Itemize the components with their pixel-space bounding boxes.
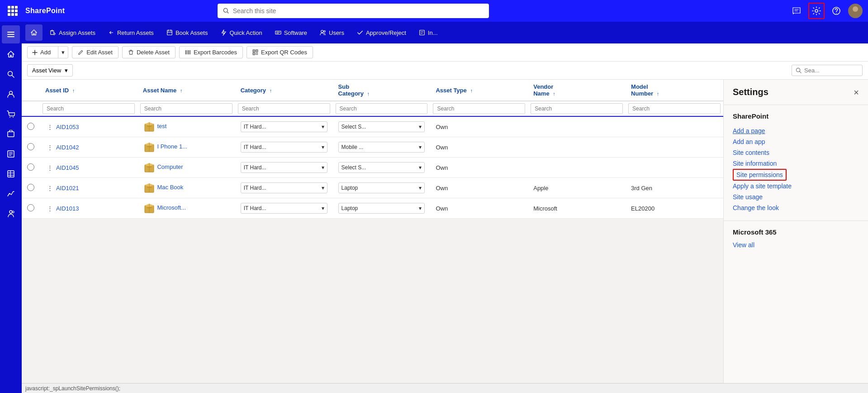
asset-id-link[interactable]: AID1042 — [56, 144, 79, 151]
sidebar-item-home[interactable] — [2, 45, 20, 63]
book-assets-button[interactable]: Book Assets — [161, 24, 213, 41]
delete-asset-button[interactable]: Delete Asset — [122, 46, 175, 58]
more-options-icon[interactable]: ⋮ — [45, 123, 55, 131]
sidebar-item-user2[interactable] — [2, 205, 20, 223]
search-category[interactable] — [238, 103, 330, 114]
search-asset-name[interactable] — [140, 103, 232, 114]
asset-name-link[interactable]: test — [157, 123, 166, 129]
svg-rect-49 — [253, 53, 254, 54]
view-dropdown[interactable]: Asset View ▾ — [27, 64, 73, 77]
sort-icon: ↑ — [553, 91, 555, 96]
sidebar-item-cart1[interactable] — [2, 105, 20, 123]
apply-site-template-link[interactable]: Apply a site template — [733, 181, 859, 192]
svg-rect-31 — [275, 31, 281, 34]
asset-name-link[interactable]: Mac Book — [157, 184, 183, 191]
sub-category-dropdown[interactable]: Mobile ... ▾ — [338, 142, 425, 153]
sub-category-dropdown[interactable]: Select S... ▾ — [338, 121, 425, 132]
table-search-input[interactable] — [804, 67, 859, 74]
site-contents-link[interactable]: Site contents — [733, 147, 859, 158]
row-select-radio[interactable] — [27, 163, 34, 171]
search-vendor[interactable] — [531, 103, 623, 114]
model-cell: 3rd Gen — [626, 178, 723, 198]
home-button[interactable] — [25, 24, 43, 41]
category-dropdown[interactable]: IT Hard... ▾ — [241, 203, 327, 214]
search-sub-category[interactable] — [336, 103, 428, 114]
global-search-input[interactable] — [233, 7, 484, 14]
assign-assets-button[interactable]: Assign Assets — [44, 24, 101, 41]
software-button[interactable]: Software — [270, 24, 313, 41]
quick-action-button[interactable]: Quick Action — [215, 24, 267, 41]
view-all-link[interactable]: View all — [733, 240, 859, 250]
export-qr-button[interactable]: Export QR Codes — [247, 46, 313, 58]
column-search-row — [22, 101, 723, 116]
chat-icon-btn[interactable] — [788, 3, 805, 19]
asset-id-link[interactable]: AID1021 — [56, 185, 79, 192]
sidebar-item-chart[interactable] — [2, 185, 20, 203]
add-button[interactable]: Add ▾ — [27, 46, 68, 58]
asset-id-link[interactable]: AID1053 — [56, 124, 79, 130]
row-select-radio[interactable] — [27, 184, 34, 191]
svg-point-33 — [324, 31, 326, 33]
more-options-icon[interactable]: ⋮ — [45, 163, 55, 172]
approve-reject-button[interactable]: Approve/Reject — [351, 24, 412, 41]
top-navigation: SharePoint — [0, 0, 868, 22]
search-asset-type[interactable] — [433, 103, 525, 114]
category-dropdown[interactable]: IT Hard... ▾ — [241, 121, 327, 132]
sub-category-dropdown[interactable]: Laptop ▾ — [338, 203, 425, 214]
site-information-link[interactable]: Site information — [733, 158, 859, 169]
sidebar-item-people[interactable] — [2, 85, 20, 103]
category-dropdown[interactable]: IT Hard... ▾ — [241, 182, 327, 193]
status-bar: javascript:_spLaunchSitePermissions(); — [22, 383, 868, 393]
svg-rect-43 — [190, 50, 190, 54]
change-the-look-link[interactable]: Change the look — [733, 202, 859, 213]
svg-rect-45 — [253, 50, 254, 51]
return-assets-button[interactable]: Return Assets — [103, 24, 159, 41]
sub-category-dropdown[interactable]: Select S... ▾ — [338, 162, 425, 173]
category-dropdown[interactable]: IT Hard... ▾ — [241, 162, 327, 173]
sidebar-item-hamburger[interactable] — [2, 25, 20, 43]
global-search-box — [218, 4, 489, 18]
sort-icon: ↑ — [367, 91, 370, 96]
asset-name-link[interactable]: Computer — [157, 163, 183, 170]
svg-point-13 — [9, 117, 10, 118]
sidebar-item-search[interactable] — [2, 65, 20, 83]
user-avatar[interactable] — [848, 4, 863, 18]
asset-name-link[interactable]: Microsoft... — [157, 204, 186, 211]
more-options-icon[interactable]: ⋮ — [45, 204, 55, 213]
settings-icon-btn[interactable] — [808, 3, 825, 19]
vendor-cell: Microsoft — [528, 198, 626, 219]
add-an-app-link[interactable]: Add an app — [733, 136, 859, 147]
search-model[interactable] — [628, 103, 721, 114]
edit-asset-button[interactable]: Edit Asset — [72, 46, 119, 58]
search-asset-id[interactable] — [43, 103, 135, 114]
row-select-radio[interactable] — [27, 143, 34, 150]
row-select-radio[interactable] — [27, 123, 34, 130]
asset-id-header: Asset ID ↑ — [40, 80, 138, 101]
more-options-icon[interactable]: ⋮ — [45, 184, 55, 192]
add-a-page-link[interactable]: Add a page — [733, 125, 859, 136]
more-options-icon[interactable]: ⋮ — [45, 143, 55, 152]
site-usage-link[interactable]: Site usage — [733, 192, 859, 202]
sidebar-item-cart2[interactable] — [2, 125, 20, 143]
svg-rect-20 — [8, 171, 14, 177]
export-barcodes-button[interactable]: Export Barcodes — [179, 46, 243, 58]
chevron-down-icon: ▾ — [322, 185, 324, 191]
help-icon-btn[interactable] — [828, 3, 844, 19]
in-button[interactable]: In... — [413, 24, 443, 41]
sidebar-item-list[interactable] — [2, 145, 20, 163]
site-permissions-link[interactable]: Site permissions — [733, 169, 787, 181]
asset-id-link[interactable]: AID1045 — [56, 164, 79, 171]
category-dropdown[interactable]: IT Hard... ▾ — [241, 142, 327, 153]
sub-category-header: SubCategory ↑ — [333, 80, 431, 101]
asset-id-link[interactable]: AID1013 — [56, 205, 79, 212]
row-select-radio[interactable] — [27, 204, 34, 211]
settings-close-button[interactable]: × — [854, 88, 859, 97]
users-button[interactable]: Users — [314, 24, 350, 41]
sub-category-dropdown[interactable]: Laptop ▾ — [338, 182, 425, 193]
waffle-menu[interactable] — [5, 4, 20, 18]
svg-rect-34 — [420, 30, 425, 35]
add-dropdown-caret[interactable]: ▾ — [58, 47, 68, 58]
asset-name-link[interactable]: I Phone 1... — [157, 143, 187, 150]
sidebar-item-table[interactable] — [2, 165, 20, 183]
asset-table-container: Asset ID ↑ Asset Name ↑ Category ↑ — [22, 80, 723, 383]
